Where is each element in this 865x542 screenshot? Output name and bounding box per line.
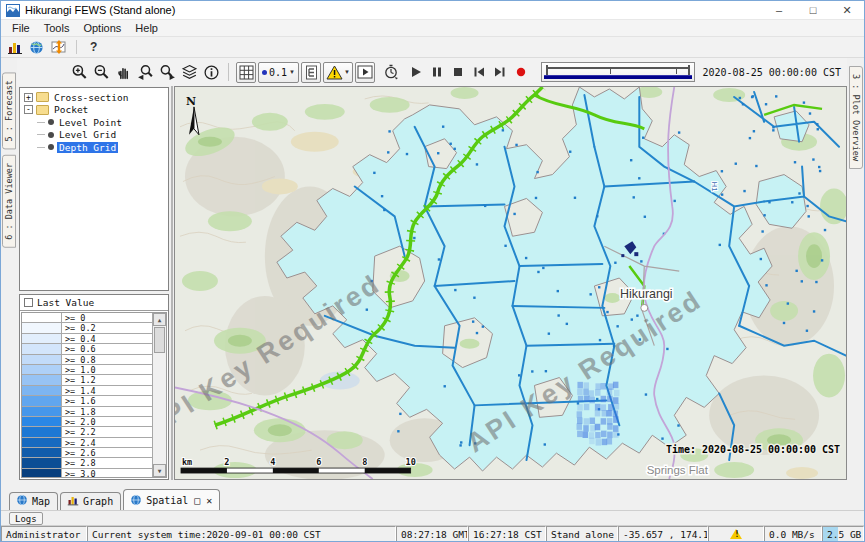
legend-threshold-label: >= 3.0 (62, 469, 96, 477)
zoom-next-icon[interactable] (157, 62, 177, 82)
tree-item-label: Cross-section (52, 92, 130, 103)
label-button[interactable] (301, 62, 321, 83)
timeseries-dialog-icon[interactable] (50, 39, 67, 55)
close-button[interactable]: ✕ (830, 1, 864, 19)
town-label: Hikurangi (620, 287, 673, 301)
pause-icon[interactable] (428, 62, 447, 82)
grid-button[interactable] (236, 62, 256, 83)
map-view[interactable]: API Key Required API Key Required Hikura… (174, 86, 847, 480)
legend-threshold-label: >= 2.6 (62, 448, 96, 457)
toolbar-separator (228, 63, 229, 81)
legend-row: >= 0 (22, 313, 152, 323)
tree-item-depth-grid[interactable]: Depth Grid (20, 141, 168, 154)
scrollbar-thumb[interactable] (154, 327, 165, 353)
last-value-checkbox[interactable] (24, 298, 33, 307)
timer-icon[interactable] (381, 62, 401, 82)
tab-map[interactable]: Map (9, 492, 58, 510)
first-frame-icon[interactable] (470, 62, 489, 82)
town-circle (641, 304, 648, 311)
stop-icon[interactable] (449, 62, 468, 82)
animation-button[interactable] (355, 62, 375, 83)
status-cell-7: 0.0 MB/s (764, 526, 822, 542)
scroll-down-icon[interactable]: ▼ (153, 464, 166, 477)
maximize-button[interactable]: □ (796, 1, 830, 19)
main-toolbar: ? (1, 37, 864, 58)
legend-color-swatch (22, 407, 62, 416)
map-canvas[interactable]: API Key Required API Key Required Hikura… (175, 87, 846, 479)
menu-item-help[interactable]: Help (128, 21, 165, 35)
legend-color-swatch (22, 386, 62, 395)
bottom-tab-bar: MapGraphSpatial□✕ (1, 487, 864, 510)
legend-color-swatch (22, 334, 62, 343)
tab-logs[interactable]: Logs (9, 512, 43, 525)
chart-icon (67, 494, 79, 508)
side-tab-forecast[interactable]: 5 : Forecast (2, 72, 16, 149)
legend-row: >= 1.2 (22, 375, 152, 385)
legend-threshold-label: >= 0.8 (62, 355, 96, 364)
collapse-icon[interactable]: - (24, 105, 33, 114)
tree-item-level-grid[interactable]: Level Grid (20, 129, 168, 142)
explorer-icon[interactable] (6, 39, 23, 55)
side-tab-viewer[interactable]: 6 : Data Viewer (2, 155, 16, 248)
help-button[interactable]: ? (86, 40, 101, 54)
tree-item-cross-section[interactable]: +Cross-section (20, 91, 168, 104)
scroll-up-icon[interactable]: ▲ (153, 313, 166, 326)
left-tab-strip: 5 : Forecast6 : Data Viewer (1, 58, 17, 487)
time-slider[interactable] (541, 62, 695, 82)
tree-item-label: Level Point (57, 117, 124, 128)
pan-icon[interactable] (113, 62, 133, 82)
play-icon[interactable] (407, 62, 426, 82)
legend-row: >= 0.2 (22, 323, 152, 333)
legend-color-swatch (22, 458, 62, 467)
globe-icon (130, 494, 142, 508)
scale-tick-label: 10 (406, 457, 416, 467)
warning-dropdown[interactable]: ▼ (323, 62, 353, 83)
tab-maximize-icon[interactable]: □ (194, 495, 200, 506)
legend-row: >= 2.4 (22, 438, 152, 448)
tab-label: Graph (83, 496, 113, 507)
legend-color-swatch (22, 396, 62, 405)
zoom-previous-icon[interactable] (135, 62, 155, 82)
tab-close-icon[interactable]: ✕ (206, 495, 212, 506)
time-slider-track (546, 67, 690, 74)
folder-icon (36, 105, 49, 115)
map-toolbar: 0.1▼▼ 2020-08-25 00:00:00 CST (17, 58, 847, 86)
info-icon[interactable] (201, 62, 221, 82)
application-window: { "window": { "title": "Hikurangi FEWS (… (0, 0, 865, 542)
tab-graph[interactable]: Graph (60, 492, 121, 510)
legend-threshold-label: >= 0 (62, 313, 85, 322)
zoom-in-icon[interactable] (69, 62, 89, 82)
last-frame-icon[interactable] (491, 62, 510, 82)
status-cell-5: -35.657 , 174.199 (618, 526, 708, 542)
tab-spatial[interactable]: Spatial□✕ (123, 489, 220, 510)
record-icon[interactable] (512, 62, 531, 82)
legend-color-swatch (22, 365, 62, 374)
expand-icon[interactable]: + (24, 93, 33, 102)
tree-item-pocket[interactable]: -Pocket (20, 104, 168, 117)
legend-threshold-label: >= 0.4 (62, 334, 96, 343)
scale-dropdown[interactable]: 0.1▼ (258, 62, 299, 83)
menu-item-file[interactable]: File (5, 21, 37, 35)
menu-bar: FileToolsOptionsHelp (1, 20, 864, 37)
last-value-label: Last Value (37, 297, 94, 308)
spatial-display-icon[interactable] (28, 39, 45, 55)
node-bullet-icon (48, 132, 54, 138)
scale-unit-label: km (182, 457, 192, 467)
side-tab-plot-overview[interactable]: 3 : Plot Overview (849, 66, 863, 169)
tree-item-level-point[interactable]: Level Point (20, 116, 168, 129)
menu-item-options[interactable]: Options (76, 21, 128, 35)
layers-icon[interactable] (179, 62, 199, 82)
legend-color-swatch (22, 427, 62, 436)
legend-panel: Last Value >= 0>= 0.2>= 0.4>= 0.6>= 0.8>… (19, 294, 169, 480)
zoom-out-icon[interactable] (91, 62, 111, 82)
legend-scrollbar[interactable]: ▲ ▼ (152, 313, 166, 477)
legend-threshold-label: >= 2.0 (62, 417, 96, 426)
tree-item-label: Depth Grid (57, 142, 118, 153)
scale-tick-label: 6 (316, 457, 321, 467)
tree-item-label: Level Grid (57, 129, 118, 140)
legend-row: >= 0.4 (22, 334, 152, 344)
minimize-button[interactable]: – (762, 1, 796, 19)
road-label: H1 (710, 182, 719, 193)
legend-color-swatch (22, 438, 62, 447)
menu-item-tools[interactable]: Tools (37, 21, 77, 35)
